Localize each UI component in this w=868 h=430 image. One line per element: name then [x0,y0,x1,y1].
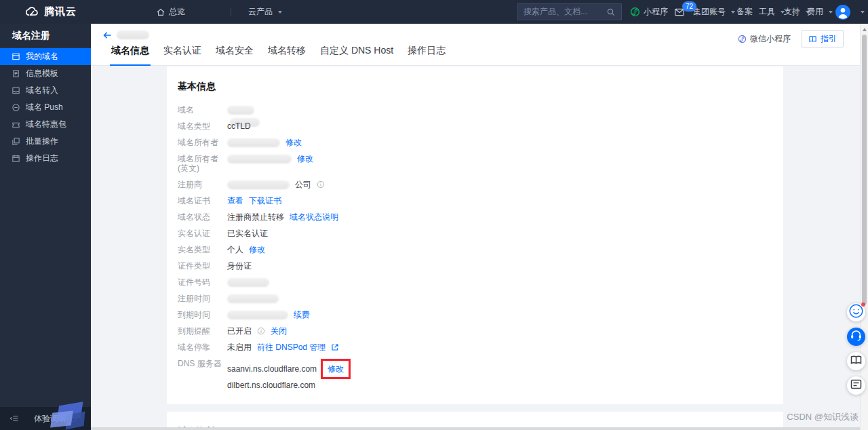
redacted-value [227,180,290,189]
action-link[interactable]: 修改 [249,245,265,254]
sidebar-item-2[interactable]: 域名转入 [0,82,91,99]
action-link[interactable]: 修改 [297,154,313,163]
redacted-domain-name [117,31,149,39]
nav-overview[interactable]: 总览 [156,0,185,24]
basic-info-card: 基本信息 域名域名类型ccTLD域名所有者修改域名所有者(英文)修改注册商公司域… [167,66,783,404]
info-icon[interactable] [257,327,265,335]
row-line: dilbert.ns.cloudflare.com [227,380,351,390]
nav-tools[interactable]: 工具 [759,0,785,24]
nav-overview-label: 总览 [169,6,185,18]
sidebar-item-label: 我的域名 [26,51,58,62]
nav-support[interactable]: 支持 [784,0,810,24]
user-avatar[interactable] [835,0,865,24]
basic-info-title: 基本信息 [178,81,767,93]
redacted-value [227,106,254,115]
nav-group-account[interactable]: 集团账号 [693,0,735,24]
external-link-icon[interactable] [331,343,339,351]
value-text: 个人 [227,245,243,254]
survey-entry[interactable]: 体验调研 [34,413,66,425]
customer-service-button[interactable] [847,328,865,346]
list-icon [847,375,865,396]
row-line: 查看下载证书 [227,196,281,206]
cloud-logo-icon [24,5,39,20]
row-value: 修改 [227,138,302,147]
book-icon [847,351,865,372]
sidebar-item-1[interactable]: 信息模板 [0,65,91,82]
scroll-up-icon[interactable] [863,28,867,31]
tab-1[interactable]: 实名认证 [162,45,203,66]
info-row: 证件类型身份证 [178,258,767,274]
sidebar-item-4[interactable]: 域名特惠包 [0,116,91,133]
tab-4[interactable]: 自定义 DNS Host [319,45,395,66]
page-header: 微信小程序 指引 域名信息实名认证域名安全域名转移自定义 DNS Host操作日… [91,24,868,66]
row-line: 个人修改 [227,245,265,254]
search-input[interactable]: 搜索产品、文档... [517,3,622,20]
info-row: 注册商公司 [178,176,767,193]
guide-button[interactable]: 指引 [802,30,844,47]
log-icon [12,154,20,163]
avatar-icon [835,5,850,20]
row-line: 身份证 [227,261,252,271]
sidebar-footer: 体验调研 [0,407,91,430]
nav-tools-label: 工具 [759,6,775,18]
wechat-mini-program-link[interactable]: 微信小程序 [738,33,791,45]
row-value: 注册商禁止转移域名状态说明 [227,212,338,222]
action-link[interactable]: 下载证书 [249,196,281,206]
main-content: 微信小程序 指引 域名信息实名认证域名安全域名转移自定义 DNS Host操作日… [91,24,868,430]
tencent-cloud-logo[interactable]: 腾讯云 [24,0,77,24]
collapse-sidebar-icon[interactable] [9,414,19,423]
tab-0[interactable]: 域名信息 [110,45,151,66]
value-text: 注册商禁止转移 [227,212,284,222]
transfer-in-icon [12,86,20,95]
row-line: 修改 [227,138,302,147]
sidebar-item-3[interactable]: 域名 Push [0,99,91,116]
nav-cloud-products-label: 云产品 [248,6,273,18]
action-link[interactable]: 修改 [328,364,344,374]
back-button[interactable] [102,30,113,41]
redacted-value [227,294,279,303]
sidebar: 域名注册 我的域名信息模板域名转入域名 Push域名特惠包批量操作操作日志 体验… [0,24,91,430]
row-label: 到期时间 [178,310,227,319]
notification-badge: 72 [682,1,696,12]
sidebar-item-5[interactable]: 批量操作 [0,133,91,150]
nav-cloud-products[interactable]: 云产品 [248,0,282,24]
row-value: saanvi.ns.cloudflare.com修改dilbert.ns.clo… [227,359,351,390]
tab-3[interactable]: 域名转移 [267,45,307,66]
sidebar-item-6[interactable]: 操作日志 [0,150,91,167]
row-label: 域名类型 [178,121,227,131]
row-label: 域名所有者 [178,138,227,147]
home-icon [156,7,165,17]
sidebar-item-label: 信息模板 [26,68,58,79]
sidebar-item-0[interactable]: 我的域名 [0,48,91,65]
nav-billing-label: 费用 [807,6,823,18]
action-link[interactable]: 查看 [227,196,243,206]
batch-icon [12,137,20,146]
nav-beian[interactable]: 备案 [736,0,753,24]
action-link[interactable]: 续费 [294,310,310,319]
info-row: 域名状态注册商禁止转移域名状态说明 [178,209,767,225]
row-line: 已实名认证 [227,229,268,238]
action-link[interactable]: 修改 [285,138,302,147]
tab-2[interactable]: 域名安全 [214,45,255,66]
survey-smiley-button[interactable] [847,303,865,321]
row-label: DNS 服务器 [178,359,227,368]
action-link[interactable]: 域名状态说明 [290,212,338,222]
sidebar-item-label: 操作日志 [26,153,58,164]
docs-book-button[interactable] [847,352,865,370]
nav-billing[interactable]: 费用 [807,0,833,24]
value-text: 身份证 [227,261,252,271]
guide-button-label: 指引 [821,33,837,45]
scrollbar-thumb[interactable] [862,35,867,305]
tab-5[interactable]: 操作日志 [406,45,447,66]
nav-mini-program[interactable]: 小程序 [630,0,668,24]
row-label: 域名 [178,105,227,115]
value-text: 未启用 [227,343,252,352]
feedback-list-button[interactable] [847,376,865,395]
template-icon [12,69,20,78]
row-value [227,105,254,115]
action-link[interactable]: 前往 DNSPod 管理 [257,343,326,352]
info-icon[interactable] [317,180,325,189]
search-icon[interactable] [606,7,616,17]
action-link[interactable]: 关闭 [271,326,287,336]
unread-dot [861,302,865,307]
